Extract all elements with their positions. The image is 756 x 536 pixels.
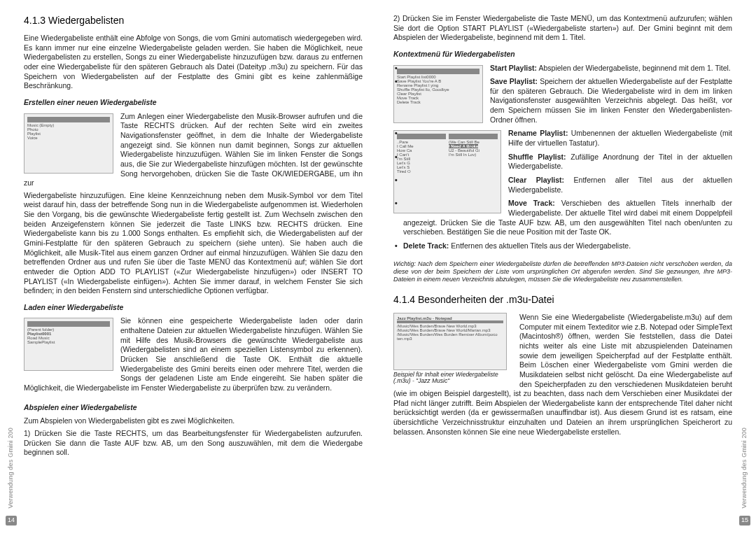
ctx-label: Start Playlist:: [490, 64, 537, 72]
sidebar-label-right: Verwendung des Gmini 200: [741, 428, 749, 508]
img-text: Jazz Playlist.m3u - Notepad: [397, 316, 452, 320]
subhead-context: Kontextmenü für Wiedergabelisten: [393, 50, 732, 59]
screenshot-load-playlist: (Parent folder) Playlist0001 Road Music …: [24, 318, 113, 371]
ctx-text: Verschieben des aktuellen Titels innerha…: [403, 199, 732, 236]
ctx-label: Save Playlist:: [490, 77, 538, 85]
ctx-item-move: Move Track: Verschieben des aktuellen Ti…: [393, 199, 732, 237]
ctx-text: Abspielen der Wiedergabeliste, beginnend…: [537, 64, 731, 72]
img-text: Voice: [27, 136, 38, 140]
important-note: Wichtig: Nach dem Speichern einer Wieder…: [393, 260, 732, 283]
ctx-label: Delete Track:: [403, 241, 449, 250]
ctx-text: Entfernen des aktuellen Titels aus der W…: [449, 241, 631, 250]
screenshot-create-playlist: Music (Empty) Photo Playlist Voice: [24, 113, 113, 174]
ctx-item-save: Save Playlist: Speichern der aktuellen W…: [393, 77, 732, 125]
subhead-create: Erstellen einer neuen Wiedergabeliste: [24, 98, 363, 108]
play-p2: 1) Drücken Sie die Taste RECHTS, um das …: [24, 429, 363, 458]
ctx-label: Move Track:: [508, 199, 555, 207]
page-number-right: 15: [739, 516, 750, 526]
continue-p: 2) Drücken Sie im Fenster Wiedergabelist…: [393, 14, 732, 43]
section-title-413: 4.1.3 Wiedergabelisten: [24, 14, 363, 27]
section-title-414: 4.1.4 Besonderheiten der .m3u-Datei: [393, 293, 732, 306]
ctx-label: Rename Playlist:: [508, 129, 568, 137]
sidebar-label-left: Verwendung des Gmini 200: [7, 428, 15, 508]
page-right: 2) Drücken Sie im Fenster Wiedergabelist…: [378, 0, 756, 536]
ctx-label: Clear Playlist:: [508, 176, 564, 184]
screenshot-notepad-m3u: Jazz Playlist.m3u - Notepad /Music/Wes B…: [393, 313, 507, 370]
intro-paragraph: Eine Wiedergabeliste enthält eine Abfolg…: [24, 34, 363, 91]
ctx-item-rename: Rename Playlist: Umbenennen der aktuelle…: [393, 129, 732, 148]
page-left: 4.1.3 Wiedergabelisten Eine Wiedergabeli…: [0, 0, 378, 536]
page-number-left: 14: [6, 516, 17, 526]
ctx-label: Shuffle Playlist:: [508, 153, 566, 161]
notepad-caption: Beispiel für Inhalt einer Wiedergabelist…: [393, 372, 512, 385]
ctx-item-start: Start Playlist: Abspielen der Wiedergabe…: [393, 64, 732, 73]
ctx-item-delete: Delete Track: Entfernen des aktuellen Ti…: [393, 241, 732, 251]
img-text: /Music/Wes Burden/Wes Burden Remixer Alb…: [397, 332, 498, 341]
subhead-play: Abspielen einer Wiedergabeliste: [24, 403, 363, 413]
subhead-load: Laden einer Wiedergabeliste: [24, 303, 363, 313]
create-p2: Wiedergabeliste hinzuzufügen. Eine klein…: [24, 191, 363, 296]
play-p1: Zum Abspielen von Wiedergabelisten gibt …: [24, 416, 363, 426]
context-menu-list: Start Playlist: Abspielen der Wiedergabe…: [393, 64, 732, 251]
ctx-item-clear: Clear Playlist: Entfernen aller Titel au…: [393, 176, 732, 195]
ctx-item-shuffle: Shuffle Playlist: Zufällige Anordnung de…: [393, 153, 732, 171]
img-text: SamplePlaylist: [27, 340, 55, 344]
